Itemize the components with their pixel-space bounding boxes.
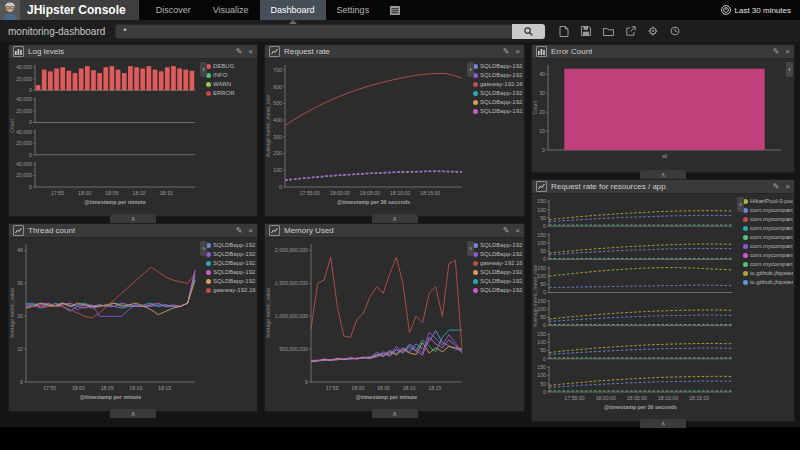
main-nav: Discover Visualize Dashboard Settings bbox=[145, 0, 410, 20]
legend-item[interactable]: gateway-192.168.43.8.. bbox=[206, 286, 256, 295]
collapse-chevron[interactable]: ∧ bbox=[110, 409, 156, 418]
resources-rate-chart[interactable]: 0501001500501001500501001500501001500501… bbox=[532, 195, 737, 412]
svg-text:@timestamp per minute: @timestamp per minute bbox=[356, 394, 417, 400]
panel-thread-count-header[interactable]: Thread count ✎ × bbox=[9, 224, 257, 238]
legend-item[interactable]: SQLDBapp-192.168.4.. bbox=[206, 268, 256, 277]
legend-item[interactable]: SQLDBapp-192.168.4.. bbox=[206, 241, 256, 250]
legend-collapse-button[interactable]: › bbox=[737, 197, 744, 212]
legend-item[interactable]: io.github.jhipster.web.r.. bbox=[743, 269, 793, 278]
close-icon[interactable]: × bbox=[785, 180, 790, 194]
panel-resources-rate-header[interactable]: Request rate for resources / app ✎ × bbox=[532, 180, 794, 194]
legend-item[interactable]: SQLDBapp-192.168.4.. bbox=[473, 241, 523, 250]
clock-toggle-icon[interactable] bbox=[670, 26, 680, 36]
legend-collapse-button[interactable]: › bbox=[467, 62, 474, 77]
edit-icon[interactable]: ✎ bbox=[503, 224, 510, 238]
edit-icon[interactable]: ✎ bbox=[773, 180, 780, 194]
nav-item-visualize[interactable]: Visualize bbox=[202, 0, 260, 20]
legend-collapse-button[interactable]: › bbox=[467, 241, 474, 256]
share-icon[interactable] bbox=[626, 26, 636, 36]
legend-item[interactable]: SQLDBapp-192.168.4.. bbox=[473, 71, 523, 80]
edit-icon[interactable]: ✎ bbox=[773, 45, 780, 59]
legend-item[interactable]: SQLDBapp-192.168.4.. bbox=[473, 89, 523, 98]
legend-collapse-button[interactable]: › bbox=[200, 62, 207, 77]
legend-label: SQLDBapp-192.168.4.. bbox=[480, 98, 523, 107]
legend-label: ERROR bbox=[213, 89, 235, 98]
collapse-chevron[interactable]: ∧ bbox=[372, 214, 418, 223]
collapse-chevron[interactable]: ∧ bbox=[640, 419, 686, 428]
legend-collapse-button[interactable]: › bbox=[200, 241, 207, 256]
legend-item[interactable]: io.github.jhipster.web.r.. bbox=[743, 278, 793, 287]
collapse-chevron[interactable]: ∧ bbox=[372, 409, 418, 418]
legend-item[interactable]: com.mycompany.myap.. bbox=[743, 206, 793, 215]
legend-item[interactable]: SQLDBapp-192.168.4.. bbox=[473, 98, 523, 107]
search-input[interactable] bbox=[115, 24, 512, 39]
close-icon[interactable]: × bbox=[515, 224, 520, 238]
legend-item[interactable]: gateway-192.168.43.8.. bbox=[473, 259, 523, 268]
collapse-chevron[interactable]: ∧ bbox=[110, 214, 156, 223]
svg-text:@timestamp per minute: @timestamp per minute bbox=[84, 199, 145, 205]
nav-item-discover[interactable]: Discover bbox=[145, 0, 202, 20]
legend-item[interactable]: WARN bbox=[206, 80, 256, 89]
open-folder-icon[interactable] bbox=[603, 27, 614, 36]
legend-item[interactable]: SQLDBapp-192.168.4.. bbox=[206, 277, 256, 286]
svg-text:100: 100 bbox=[537, 306, 546, 312]
legend-color-dot bbox=[743, 280, 748, 285]
svg-text:50: 50 bbox=[540, 281, 546, 287]
panel-memory-used-header[interactable]: Memory Used ✎ × bbox=[265, 224, 524, 238]
legend-item[interactable]: INFO bbox=[206, 71, 256, 80]
edit-icon[interactable]: ✎ bbox=[236, 45, 243, 59]
legend-expand-button[interactable]: ‹ bbox=[786, 62, 793, 77]
legend-item[interactable]: SQLDBapp-192.168.4.. bbox=[473, 268, 523, 277]
new-document-icon[interactable] bbox=[559, 26, 569, 37]
legend-item[interactable]: com.mycompany.myap.. bbox=[743, 233, 793, 242]
time-picker[interactable]: Last 30 minutes bbox=[721, 0, 800, 20]
memory-used-chart[interactable]: 0500,000,0001,000,000,0001,500,000,0002,… bbox=[265, 239, 467, 402]
brand-link[interactable]: JHipster Console bbox=[0, 0, 139, 20]
nav-item-settings[interactable]: Settings bbox=[326, 0, 381, 20]
legend-item[interactable]: SQLDBapp-192.168.4.. bbox=[473, 62, 523, 71]
line-chart-icon bbox=[536, 181, 547, 192]
legend-item[interactable]: com.mycompany.myap.. bbox=[743, 260, 793, 269]
close-icon[interactable]: × bbox=[248, 224, 253, 238]
panel-log-levels-header[interactable]: Log levels ✎ × bbox=[9, 45, 257, 59]
log-levels-chart[interactable]: 020,00040,000020,00040,000020,00040,0000… bbox=[9, 60, 200, 207]
legend-color-dot bbox=[473, 270, 478, 275]
legend-item[interactable]: SQLDBapp-192.168.4.. bbox=[473, 250, 523, 259]
legend-item[interactable]: com.mycompany.myap.. bbox=[743, 242, 793, 251]
legend-item[interactable]: SQLDBapp-192.168.4.. bbox=[473, 277, 523, 286]
legend-color-dot bbox=[206, 270, 211, 275]
panel-error-count-header[interactable]: Error Count ✎ × bbox=[532, 45, 794, 59]
legend-item[interactable]: DEBUG bbox=[206, 62, 256, 71]
legend-item[interactable]: com.mycompany.myap.. bbox=[743, 251, 793, 260]
legend-item[interactable]: SQLDBapp-192.168.4.. bbox=[473, 107, 523, 116]
legend-item[interactable]: com.mycompany.myap.. bbox=[743, 224, 793, 233]
svg-text:18:05: 18:05 bbox=[377, 385, 390, 391]
legend-item[interactable]: SQLDBapp-192.168.4.. bbox=[206, 250, 256, 259]
panel-title: Request rate bbox=[284, 47, 330, 56]
svg-text:18:00: 18:00 bbox=[78, 190, 91, 196]
request-rate-chart[interactable]: 010020030040050060070017:55:0018:00:0018… bbox=[265, 60, 467, 207]
gear-icon[interactable] bbox=[648, 26, 658, 36]
search-button[interactable] bbox=[512, 24, 545, 39]
close-icon[interactable]: × bbox=[248, 45, 253, 59]
svg-text:150: 150 bbox=[537, 364, 546, 370]
thread-count-chart[interactable]: 01020304017:5518:0018:0518:1018:15@times… bbox=[9, 239, 200, 402]
menu-icon[interactable] bbox=[380, 0, 410, 20]
close-icon[interactable]: × bbox=[785, 45, 790, 59]
legend-color-dot bbox=[206, 91, 211, 96]
edit-icon[interactable]: ✎ bbox=[503, 45, 510, 59]
legend-item[interactable]: HikariPool-0.pool.Wait bbox=[743, 197, 793, 206]
panel-request-rate-header[interactable]: Request rate ✎ × bbox=[265, 45, 524, 59]
legend-item[interactable]: gateway-192.168.43.8.. bbox=[473, 80, 523, 89]
collapse-chevron[interactable]: ∧ bbox=[640, 170, 686, 179]
legend-item[interactable]: com.mycompany.myap.. bbox=[743, 215, 793, 224]
close-icon[interactable]: × bbox=[515, 45, 520, 59]
error-count-chart[interactable]: 010203040allCount bbox=[532, 60, 786, 163]
save-icon[interactable] bbox=[581, 26, 591, 36]
legend-item[interactable]: SQLDBapp-192.168.4.. bbox=[473, 286, 523, 295]
svg-text:0: 0 bbox=[543, 223, 546, 229]
nav-item-dashboard[interactable]: Dashboard bbox=[260, 0, 326, 20]
edit-icon[interactable]: ✎ bbox=[236, 224, 243, 238]
legend-item[interactable]: ERROR bbox=[206, 89, 256, 98]
legend-item[interactable]: SQLDBapp-192.168.4.. bbox=[206, 259, 256, 268]
